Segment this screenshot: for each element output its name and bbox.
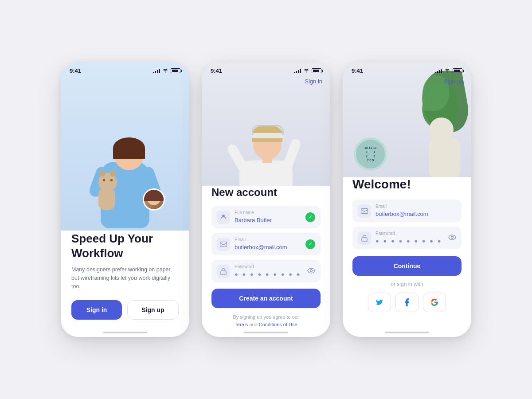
- home-indicator-3: [385, 332, 429, 333]
- eye-icon[interactable]: [307, 268, 315, 275]
- phone-1: 9:41: [61, 62, 189, 337]
- wifi-icon-3: [444, 68, 450, 74]
- avatar-circle: [143, 188, 165, 211]
- email-content: Email butlerbox@mail.com: [235, 237, 301, 251]
- battery-icon-1: [171, 68, 180, 73]
- time-1: 9:41: [70, 67, 81, 74]
- p3-email-label: Email: [376, 204, 456, 209]
- continue-button[interactable]: Continue: [352, 256, 462, 276]
- twitter-button[interactable]: [368, 293, 391, 312]
- phones-container: 9:41: [61, 62, 471, 337]
- or-divider: or sign in with: [352, 281, 462, 287]
- signin-link[interactable]: Sign in: [305, 78, 322, 85]
- phone-3-content: Welcome! Email butlerbox@mail.com Passwo…: [343, 168, 471, 337]
- p3-password-content: Password ● ● ● ● ● ● ● ● ●: [376, 231, 444, 245]
- phone-1-subtext: Many designers prefer working on paper, …: [71, 266, 179, 290]
- p3-lock-icon: [358, 231, 371, 245]
- facebook-button[interactable]: [395, 293, 419, 312]
- social-buttons: [352, 293, 462, 312]
- fullname-check-icon: ✓: [305, 212, 315, 222]
- home-indicator-2: [244, 332, 288, 333]
- battery-icon-3: [453, 68, 462, 73]
- fullname-label: Full name: [235, 210, 301, 215]
- email-field: Email butlerbox@mail.com ✓: [211, 233, 321, 255]
- svg-rect-2: [221, 271, 226, 275]
- p3-eye-icon[interactable]: [448, 235, 456, 242]
- status-bar-1: 9:41: [61, 62, 189, 76]
- status-icons-2: [294, 68, 322, 74]
- terms-prefix: By signing up you agree to our: [233, 314, 299, 320]
- p3-password-dots: ● ● ● ● ● ● ● ● ●: [376, 238, 442, 244]
- signal-icon-1: [153, 69, 160, 73]
- svg-rect-5: [362, 238, 367, 242]
- password-field: Password ● ● ● ● ● ● ● ● ●: [211, 260, 321, 282]
- terms-link[interactable]: Terms: [235, 322, 248, 327]
- svg-point-3: [310, 270, 313, 272]
- status-icons-1: [153, 68, 181, 74]
- p3-email-field: Email butlerbox@mail.com: [352, 200, 462, 222]
- p3-password-label: Password: [376, 231, 444, 236]
- signin-button[interactable]: Sign in: [71, 300, 122, 320]
- terms-and: and: [249, 322, 257, 327]
- phone-1-buttons: Sign in Sign up: [71, 300, 179, 320]
- lock-icon: [217, 265, 230, 278]
- phone-1-headline: Speed Up Your Workflow: [71, 231, 179, 260]
- time-2: 9:41: [211, 67, 222, 74]
- form-title: New account: [211, 186, 321, 199]
- fullname-content: Full name Barbara Butler: [235, 210, 301, 224]
- status-icons-3: [435, 68, 463, 74]
- svg-rect-1: [220, 242, 227, 246]
- phone-2: 9:41 Sign in: [202, 62, 330, 337]
- signal-icon-3: [435, 69, 442, 73]
- time-3: 9:41: [352, 67, 363, 74]
- email-value[interactable]: butlerbox@mail.com: [235, 244, 287, 250]
- signal-icon-2: [294, 69, 301, 73]
- password-content: Password ● ● ● ● ● ● ● ● ●: [235, 264, 303, 278]
- google-button[interactable]: [423, 293, 446, 312]
- p3-email-icon: [358, 204, 371, 218]
- phone-2-content: New account Full name Barbara Butler ✓ E: [202, 177, 330, 337]
- email-check-icon: ✓: [305, 239, 315, 249]
- password-label: Password: [235, 264, 303, 269]
- home-indicator-1: [103, 332, 147, 333]
- status-bar-2: 9:41: [202, 62, 330, 76]
- signup-link[interactable]: Sign up: [444, 78, 463, 85]
- p3-email-value[interactable]: butlerbox@mail.com: [376, 211, 428, 217]
- terms-text: By signing up you agree to our Terms and…: [211, 313, 321, 328]
- hero-image-1: [61, 62, 189, 231]
- email-icon: [217, 238, 230, 251]
- battery-icon-2: [312, 68, 321, 73]
- signup-button[interactable]: Sign up: [127, 300, 179, 320]
- phone-1-content: Speed Up Your Workflow Many designers pr…: [61, 222, 189, 337]
- fullname-value[interactable]: Barbara Butler: [235, 217, 272, 223]
- p3-password-field: Password ● ● ● ● ● ● ● ● ●: [352, 227, 462, 249]
- status-bar-3: 9:41: [343, 62, 471, 76]
- svg-rect-4: [361, 208, 368, 213]
- wifi-icon-2: [303, 68, 309, 74]
- wifi-icon-1: [162, 68, 168, 74]
- welcome-title: Welcome!: [352, 177, 462, 192]
- svg-point-6: [451, 236, 454, 239]
- fullname-field: Full name Barbara Butler ✓: [211, 206, 321, 228]
- phone-3: 9:41 Sign up: [343, 62, 471, 337]
- conditions-link[interactable]: Conditions of Use: [259, 322, 297, 327]
- email-label: Email: [235, 237, 301, 242]
- p3-email-content: Email butlerbox@mail.com: [376, 204, 456, 218]
- person-icon: [217, 211, 230, 224]
- password-dots: ● ● ● ● ● ● ● ● ●: [235, 271, 301, 278]
- create-account-button[interactable]: Create an account: [211, 289, 321, 308]
